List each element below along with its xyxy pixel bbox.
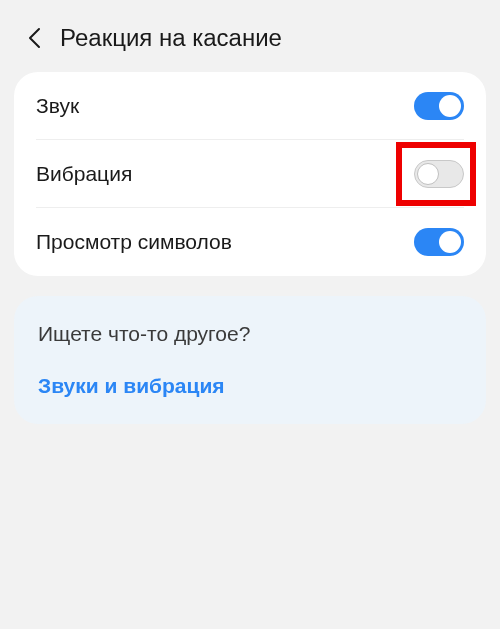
info-heading: Ищете что-то другое? bbox=[38, 322, 462, 346]
settings-row-char-preview[interactable]: Просмотр символов bbox=[14, 208, 486, 276]
vibration-label: Вибрация bbox=[36, 162, 132, 186]
vibration-toggle[interactable] bbox=[414, 160, 464, 188]
sound-label: Звук bbox=[36, 94, 79, 118]
char-preview-toggle[interactable] bbox=[414, 228, 464, 256]
sound-toggle[interactable] bbox=[414, 92, 464, 120]
back-icon[interactable] bbox=[20, 24, 48, 52]
toggle-knob bbox=[417, 163, 439, 185]
page-header: Реакция на касание bbox=[0, 0, 500, 72]
settings-card: Звук Вибрация Просмотр символов bbox=[14, 72, 486, 276]
page-title: Реакция на касание bbox=[60, 24, 282, 52]
toggle-knob bbox=[439, 95, 461, 117]
toggle-knob bbox=[439, 231, 461, 253]
settings-row-vibration[interactable]: Вибрация bbox=[14, 140, 486, 208]
char-preview-label: Просмотр символов bbox=[36, 230, 232, 254]
sounds-vibration-link[interactable]: Звуки и вибрация bbox=[38, 374, 462, 398]
info-card: Ищете что-то другое? Звуки и вибрация bbox=[14, 296, 486, 424]
settings-row-sound[interactable]: Звук bbox=[14, 72, 486, 140]
